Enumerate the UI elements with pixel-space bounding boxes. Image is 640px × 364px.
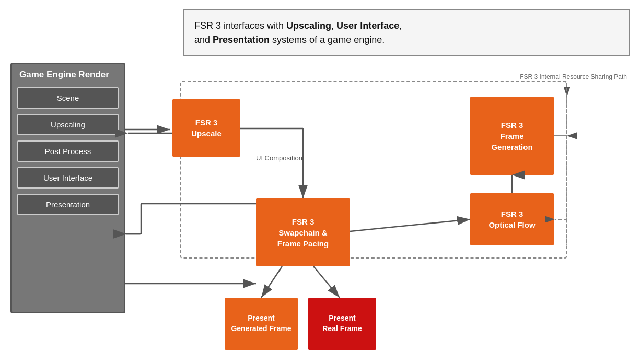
- present-real-box: PresentReal Frame: [308, 298, 376, 350]
- engine-item-upscaling: Upscaling: [17, 114, 119, 135]
- fsr-upscale-box: FSR 3Upscale: [172, 99, 240, 157]
- svg-line-12: [350, 219, 470, 231]
- engine-panel-title: Game Engine Render: [17, 69, 119, 80]
- info-box: FSR 3 interfaces with Upscaling, User In…: [183, 9, 630, 56]
- fsr-path-label: FSR 3 Internal Resource Sharing Path: [520, 73, 627, 80]
- ui-composition-label: UI Composition: [256, 154, 302, 162]
- present-generated-box: PresentGenerated Frame: [225, 298, 298, 350]
- fsr-swapchain-box: FSR 3Swapchain &Frame Pacing: [256, 198, 350, 266]
- engine-item-ui: User Interface: [17, 167, 119, 189]
- engine-panel: Game Engine Render Scene Upscaling Post …: [10, 63, 125, 313]
- fsr-optical-flow-box: FSR 3Optical Flow: [470, 193, 554, 245]
- svg-line-16: [313, 266, 340, 298]
- diagram-container: FSR 3 interfaces with Upscaling, User In…: [0, 0, 640, 364]
- fsr-frame-gen-box: FSR 3FrameGeneration: [470, 97, 554, 175]
- engine-item-presentation: Presentation: [17, 194, 119, 215]
- engine-item-postprocess: Post Process: [17, 140, 119, 162]
- engine-item-scene: Scene: [17, 87, 119, 109]
- svg-line-15: [261, 266, 282, 298]
